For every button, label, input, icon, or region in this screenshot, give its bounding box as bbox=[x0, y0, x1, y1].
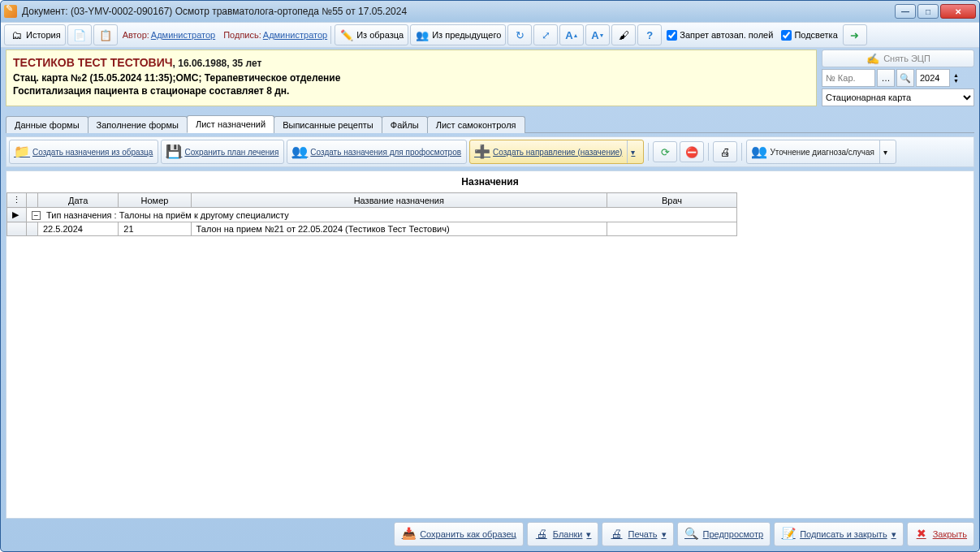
remove-signature-label: Снять ЭЦП bbox=[883, 54, 930, 63]
tool-btn-2[interactable]: 📋 bbox=[93, 24, 118, 45]
font-minus-icon: A▼ bbox=[590, 28, 605, 42]
card-search-button[interactable]: 🔍 bbox=[896, 69, 914, 87]
print-button[interactable]: 🖨 Печать ▾ bbox=[602, 522, 673, 546]
history-label: История bbox=[26, 30, 61, 40]
highlight-checkbox[interactable]: Подсветка bbox=[778, 30, 840, 41]
people-icon: 👥 bbox=[292, 144, 307, 159]
block-autofill-input[interactable] bbox=[667, 30, 677, 41]
window-close-button[interactable]: ✕ bbox=[940, 4, 976, 19]
card-browse-button[interactable]: … bbox=[877, 69, 895, 87]
tab-prescriptions[interactable]: Лист назначений bbox=[187, 115, 274, 133]
patient-card-info: Стац. карта №2 (15.05.2024 11:35);ОМС; Т… bbox=[13, 71, 809, 85]
cell-date[interactable]: 22.5.2024 bbox=[37, 222, 118, 236]
print-dropdown[interactable]: ▾ bbox=[662, 529, 667, 539]
collapse-icon[interactable]: − bbox=[32, 211, 41, 220]
from-template-label: Из образца bbox=[356, 30, 404, 40]
save-plan-button[interactable]: 💾 Сохранить план лечения bbox=[161, 140, 284, 164]
card-number-input[interactable] bbox=[822, 69, 875, 87]
diagnosis-button[interactable]: 👥 Уточнение диагноза/случая ▾ bbox=[746, 140, 896, 164]
sign-close-dropdown[interactable]: ▾ bbox=[891, 529, 896, 539]
col-date[interactable]: Дата bbox=[37, 193, 118, 208]
preview-button[interactable]: 🔍 Предпросмотр bbox=[677, 522, 771, 546]
minimize-button[interactable]: — bbox=[895, 4, 916, 19]
refresh-button[interactable]: ↻ bbox=[507, 24, 532, 45]
lock-layout-button[interactable]: ⤢ bbox=[533, 24, 558, 45]
save-as-template-button[interactable]: 📥 Сохранить как образец bbox=[394, 522, 524, 546]
create-from-template-label: Создать назначения из образца bbox=[32, 148, 153, 157]
app-icon bbox=[4, 5, 17, 18]
sign-close-button[interactable]: 📝 Подписать и закрыть ▾ bbox=[774, 522, 903, 546]
tab-recipes[interactable]: Выписанные рецепты bbox=[274, 116, 382, 133]
year-stepper[interactable]: ▲▼ bbox=[952, 72, 961, 84]
export-icon: ➜ bbox=[848, 28, 862, 42]
cell-name[interactable]: Талон на прием №21 от 22.05.2024 (Тестик… bbox=[191, 222, 607, 236]
table-row[interactable]: 22.5.2024 21 Талон на прием №21 от 22.05… bbox=[7, 222, 737, 236]
lock-icon: ⤢ bbox=[538, 28, 553, 42]
column-selector[interactable]: ⋮ bbox=[7, 193, 27, 208]
block-autofill-checkbox[interactable]: Запрет автозап. полей bbox=[663, 30, 776, 41]
col-doc[interactable]: Врач bbox=[607, 193, 737, 208]
footer-toolbar: 📥 Сохранить как образец 🖨 Бланки ▾ 🖨 Печ… bbox=[6, 522, 974, 546]
titlebar: Документ: (03-YMV-0002-090167) Осмотр тр… bbox=[1, 1, 979, 22]
row-marker-header bbox=[27, 193, 38, 208]
row-pointer: ▶ bbox=[7, 208, 27, 222]
printer-icon: 🖨 bbox=[718, 144, 732, 159]
people2-icon: 👥 bbox=[752, 144, 766, 159]
tab-form-data[interactable]: Данные формы bbox=[6, 116, 89, 133]
from-previous-button[interactable]: 👥 Из предыдущего bbox=[410, 24, 506, 45]
author-link[interactable]: Администратор bbox=[151, 30, 215, 40]
sign-label: Подпись: bbox=[223, 30, 261, 40]
blanks-button[interactable]: 🖨 Бланки ▾ bbox=[527, 522, 599, 546]
tab-selfcontrol[interactable]: Лист самоконтроля bbox=[427, 116, 525, 133]
remove-signature-button[interactable]: ✍️ Снять ЭЦП bbox=[822, 50, 974, 67]
export-button[interactable]: ➜ bbox=[843, 24, 867, 45]
highlight-input[interactable] bbox=[781, 30, 792, 41]
close-button[interactable]: ✖ Закрыть bbox=[907, 522, 974, 546]
print-sub-button[interactable]: 🖨 bbox=[713, 141, 737, 162]
users-icon: 👥 bbox=[415, 28, 430, 42]
from-template-button[interactable]: ✏️ Из образца bbox=[335, 24, 408, 45]
diagnosis-dropdown[interactable]: ▾ bbox=[879, 140, 891, 163]
history-button[interactable]: 🗂 История bbox=[4, 24, 66, 45]
tab-form-fill[interactable]: Заполнение формы bbox=[88, 116, 188, 133]
cell-doc[interactable] bbox=[607, 222, 737, 236]
stop-icon: ⛔ bbox=[684, 144, 699, 159]
create-referral-label: Создать направление (назачение) bbox=[493, 148, 622, 157]
tab-files[interactable]: Файлы bbox=[382, 116, 428, 133]
printer3-icon: 🖨 bbox=[609, 527, 624, 541]
blanks-dropdown[interactable]: ▾ bbox=[586, 529, 591, 539]
card-type-select[interactable]: Стационарная карта bbox=[822, 88, 974, 106]
create-referral-dropdown[interactable]: ▾ bbox=[627, 140, 638, 163]
font-increase-button[interactable]: A▲ bbox=[559, 24, 584, 45]
col-num[interactable]: Номер bbox=[119, 193, 191, 208]
group-cell[interactable]: − Тип назначения : Талоны на приём к дру… bbox=[27, 208, 737, 222]
reload-button[interactable]: ⟳ bbox=[653, 141, 677, 162]
preview-icon: 🔍 bbox=[684, 527, 699, 541]
create-from-template-button[interactable]: 📁 Создать назначения из образца bbox=[9, 140, 158, 164]
patient-summary: ТЕСТИКОВ ТЕСТ ТЕСТОВИЧ, 16.06.1988, 35 л… bbox=[6, 50, 817, 106]
year-input[interactable] bbox=[916, 69, 950, 87]
tool-btn-1[interactable]: 📄 bbox=[67, 24, 92, 45]
maximize-button[interactable]: □ bbox=[917, 4, 939, 19]
save-icon: 💾 bbox=[166, 144, 181, 159]
patient-demo: , 16.06.1988, 35 лет bbox=[173, 58, 262, 69]
sign-close-label: Подписать и закрыть bbox=[800, 529, 887, 539]
col-name[interactable]: Название назначения bbox=[191, 193, 607, 208]
print-label: Печать bbox=[628, 529, 657, 539]
main-toolbar: 🗂 История 📄 📋 Автор: Администратор Подпи… bbox=[1, 22, 979, 48]
create-prof-button[interactable]: 👥 Создать назначения для профосмотров bbox=[287, 140, 467, 164]
right-panel: ✍️ Снять ЭЦП … 🔍 ▲▼ Стационарная карта bbox=[822, 50, 974, 106]
group-text: Тип назначения : Талоны на приём к друго… bbox=[46, 210, 289, 220]
help-icon: ? bbox=[642, 28, 657, 42]
sign-link[interactable]: Администратор bbox=[263, 30, 327, 40]
group-row[interactable]: ▶ − Тип назначения : Талоны на приём к д… bbox=[7, 208, 737, 222]
delete-button[interactable]: ⛔ bbox=[680, 141, 704, 162]
create-referral-button[interactable]: ➕ Создать направление (назачение) ▾ bbox=[469, 140, 644, 164]
font-decrease-button[interactable]: A▼ bbox=[585, 24, 610, 45]
cell-num[interactable]: 21 bbox=[119, 222, 191, 236]
search-icon: 🔍 bbox=[900, 73, 911, 84]
brush-button[interactable]: 🖌 bbox=[611, 24, 636, 45]
help-button[interactable]: ? bbox=[637, 24, 662, 45]
row-handle-cell bbox=[7, 222, 27, 236]
add-icon: ➕ bbox=[475, 144, 490, 159]
